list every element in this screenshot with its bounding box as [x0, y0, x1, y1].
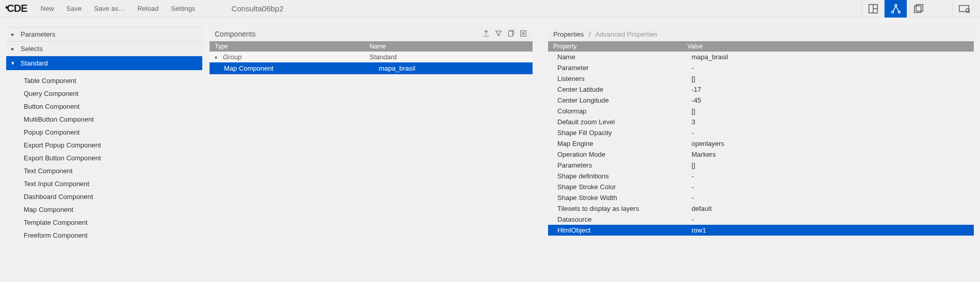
menu-new[interactable]: New — [36, 3, 59, 14]
property-value[interactable]: 3 — [692, 118, 969, 126]
tree-item[interactable]: Export Button Component — [22, 152, 202, 164]
filter-icon[interactable] — [494, 29, 503, 39]
tree-item[interactable]: Template Component — [22, 216, 202, 229]
properties-panel-head: Properties / Advanced Properties — [548, 27, 974, 41]
col-value: Value — [687, 43, 969, 50]
left-panel: ▸ Parameters ▸ Selects ▾ Standard Table … — [6, 27, 202, 245]
property-value[interactable]: Markers — [692, 151, 969, 158]
layout-view-button[interactable] — [861, 0, 884, 18]
components-group-row[interactable]: ▾Group Standard — [210, 52, 533, 62]
components-selected-row[interactable]: Map Component mapa_brasil — [210, 62, 533, 74]
property-value[interactable]: - — [692, 129, 969, 137]
accordion-label: Selects — [21, 45, 43, 53]
property-key: Listeners — [557, 75, 692, 82]
properties-table-head: Property Value — [548, 41, 974, 52]
chevron-down-icon: ▾ — [215, 55, 220, 60]
components-panel-head: Components — [210, 27, 533, 41]
property-key: Shape definitions — [557, 172, 692, 180]
col-name: Name — [369, 43, 527, 50]
property-value[interactable]: row1 — [692, 226, 969, 234]
property-value[interactable]: openlayers — [692, 140, 969, 147]
property-key: Shape Stroke Color — [557, 183, 692, 191]
property-row[interactable]: Tilesets to display as layersdefault — [548, 203, 974, 214]
property-row[interactable]: Shape Stroke Color- — [548, 181, 974, 192]
property-value[interactable]: - — [692, 172, 969, 180]
property-value[interactable]: -45 — [692, 96, 969, 104]
property-row[interactable]: Shape definitions- — [548, 171, 974, 181]
property-row[interactable]: Map Engineopenlayers — [548, 138, 974, 149]
datasources-view-button[interactable] — [907, 0, 929, 18]
property-row[interactable]: Shape Fill Opacity- — [548, 127, 974, 138]
menu: New Save Save as… Reload Settings — [36, 3, 201, 14]
property-value[interactable]: mapa_brasil — [692, 53, 969, 61]
accordion-standard[interactable]: ▾ Standard — [6, 56, 202, 70]
svg-point-3 — [894, 4, 896, 6]
chevron-right-icon: ▸ — [11, 45, 17, 52]
tree-item[interactable]: Text Component — [22, 164, 202, 177]
property-row[interactable]: Shape Stroke Width- — [548, 192, 974, 203]
tree-item[interactable]: Text Input Component — [22, 177, 202, 190]
property-value[interactable]: - — [692, 215, 969, 223]
components-view-button[interactable] — [884, 0, 907, 18]
property-key: Name — [557, 53, 692, 61]
property-key: Datasource — [557, 215, 692, 223]
app-logo: CDE — [5, 3, 27, 14]
delete-icon[interactable] — [519, 29, 527, 39]
property-value[interactable]: default — [692, 205, 969, 212]
property-key: Parameter — [557, 64, 692, 72]
property-row[interactable]: Center Latitude-17 — [548, 84, 974, 95]
property-value[interactable]: - — [692, 64, 969, 72]
menu-settings[interactable]: Settings — [166, 3, 200, 14]
tree-item[interactable]: Popup Component — [22, 126, 202, 139]
property-row[interactable]: Colormap[] — [548, 106, 974, 117]
menu-save-as[interactable]: Save as… — [89, 3, 130, 14]
tree-item[interactable]: Button Component — [22, 100, 202, 113]
property-value[interactable]: - — [692, 194, 969, 202]
property-row[interactable]: Parameter- — [548, 62, 974, 73]
properties-rows: Namemapa_brasilParameter-Listeners[]Cent… — [548, 52, 974, 236]
svg-rect-8 — [914, 6, 921, 12]
upload-icon[interactable] — [482, 29, 490, 39]
property-value[interactable]: -17 — [692, 86, 969, 93]
property-row[interactable]: Parameters[] — [548, 160, 974, 171]
property-value[interactable]: [] — [692, 75, 969, 82]
property-row[interactable]: Operation ModeMarkers — [548, 149, 974, 160]
property-key: Shape Fill Opacity — [557, 129, 692, 137]
tree-item[interactable]: Freeform Component — [22, 229, 202, 242]
advanced-properties-tab[interactable]: Advanced Properties — [595, 30, 657, 38]
property-row[interactable]: Listeners[] — [548, 73, 974, 84]
tree-item[interactable]: Dashboard Component — [22, 190, 202, 203]
col-property: Property — [553, 43, 687, 50]
breadcrumb-separator: / — [589, 30, 591, 38]
selected-name: mapa_brasil — [379, 64, 527, 72]
svg-line-12 — [969, 11, 969, 12]
property-row[interactable]: Datasource- — [548, 214, 974, 225]
tree-item[interactable]: Table Component — [22, 74, 202, 87]
standard-list: Table ComponentQuery ComponentButton Com… — [6, 70, 202, 245]
property-key: HtmlObject — [557, 226, 692, 234]
preview-button[interactable] — [952, 0, 975, 18]
property-row[interactable]: HtmlObjectrow1 — [548, 225, 974, 236]
components-panel: Components Type Name ▾Group Standard Map… — [210, 27, 533, 245]
property-value[interactable]: [] — [692, 161, 969, 169]
properties-tab[interactable]: Properties — [553, 30, 584, 38]
copy-icon[interactable] — [507, 29, 515, 39]
property-row[interactable]: Namemapa_brasil — [548, 52, 974, 62]
svg-line-6 — [893, 6, 896, 11]
tree-item[interactable]: Export Popup Component — [22, 139, 202, 152]
tree-item[interactable]: Map Component — [22, 203, 202, 216]
property-key: Parameters — [557, 161, 692, 169]
property-value[interactable]: [] — [692, 107, 969, 115]
accordion-parameters[interactable]: ▸ Parameters — [6, 27, 202, 41]
property-row[interactable]: Center Longitude-45 — [548, 95, 974, 106]
svg-line-7 — [896, 6, 899, 11]
property-key: Colormap — [557, 107, 692, 115]
tree-item[interactable]: Query Component — [22, 87, 202, 100]
accordion-selects[interactable]: ▸ Selects — [6, 42, 202, 56]
property-value[interactable]: - — [692, 183, 969, 191]
menu-save[interactable]: Save — [61, 3, 87, 14]
menu-reload[interactable]: Reload — [132, 3, 164, 14]
tree-item[interactable]: MultiButton Component — [22, 113, 202, 126]
svg-point-5 — [898, 11, 900, 13]
property-row[interactable]: Default zoom Level3 — [548, 117, 974, 127]
